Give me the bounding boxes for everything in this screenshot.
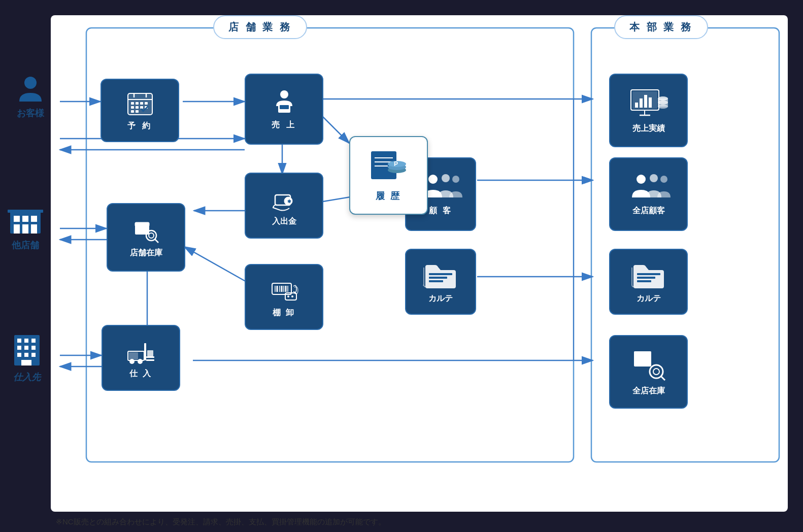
svg-point-110 [138,359,143,364]
svg-rect-105 [129,352,138,359]
svg-rect-84 [280,105,289,109]
svg-rect-106 [144,343,146,360]
svg-rect-124 [429,277,447,279]
section-label-store: 店 舗 業 務 [213,15,307,39]
svg-rect-76 [131,106,134,109]
svg-rect-74 [140,102,143,105]
svg-point-120 [428,175,438,184]
svg-point-122 [452,176,459,183]
svg-rect-53 [22,224,28,234]
svg-point-47 [24,77,37,89]
customer-side-label: お客様 [15,74,46,119]
svg-rect-125 [429,280,443,282]
sales-box[interactable]: 売 上 [245,74,323,145]
svg-point-109 [129,359,135,364]
svg-rect-62 [31,346,36,350]
svg-rect-63 [17,353,21,357]
svg-rect-65 [31,353,36,357]
all-inventory-box[interactable]: 全店在庫 [609,335,688,409]
inventory-box[interactable]: 店舗在庫 [107,203,185,272]
svg-line-92 [155,239,158,243]
svg-point-138 [658,105,668,109]
sales-result-box[interactable]: 売上実績 [609,74,688,147]
svg-rect-77 [136,106,139,109]
other-store-side-label: 他店舗 [8,203,43,251]
svg-point-139 [637,175,646,184]
svg-rect-107 [146,356,154,358]
all-karte-box[interactable]: カルテ [609,249,688,315]
purchase-box[interactable]: 仕 入 [102,325,180,391]
svg-text:P: P [394,160,398,168]
svg-rect-108 [146,359,154,361]
svg-rect-131 [649,97,652,108]
svg-text:✱: ✱ [287,199,291,204]
svg-rect-73 [136,102,139,105]
svg-rect-75 [145,102,148,105]
svg-rect-81 [136,110,139,113]
svg-rect-130 [644,95,647,108]
supplier-side-label: 仕入先 [10,332,43,383]
svg-point-141 [660,176,667,183]
svg-rect-142 [637,273,660,275]
svg-rect-66 [21,360,31,365]
svg-point-103 [291,295,293,297]
svg-rect-143 [637,277,655,279]
cash-box[interactable]: ✱ 入出金 [245,173,323,239]
svg-rect-129 [640,98,643,108]
footer-note: ※NC販売との組み合わせにより、受発注、請求、売掛、支払、買掛管理機能の追加が可… [56,517,386,527]
svg-rect-61 [24,346,28,350]
svg-rect-50 [22,216,28,222]
svg-rect-52 [14,224,20,234]
svg-point-82 [280,90,288,98]
svg-rect-60 [17,346,21,350]
svg-rect-128 [635,103,638,108]
svg-rect-59 [31,339,36,343]
karte-mid-box[interactable]: カルテ [405,249,476,315]
svg-rect-144 [637,280,651,282]
svg-rect-80 [131,110,134,113]
svg-rect-146 [634,351,651,356]
svg-rect-89 [135,222,149,226]
svg-rect-54 [31,224,37,234]
all-customers-box[interactable]: 全店顧客 [609,157,688,231]
svg-point-140 [650,174,658,182]
svg-rect-55 [8,210,43,213]
svg-rect-51 [31,216,37,222]
svg-point-148 [653,369,659,375]
svg-point-121 [442,174,450,182]
svg-point-91 [149,233,154,238]
svg-rect-64 [24,353,28,357]
svg-rect-123 [429,273,452,275]
svg-line-149 [661,376,665,380]
section-label-hq: 本 部 業 務 [614,15,708,39]
svg-rect-58 [24,339,28,343]
svg-rect-72 [131,102,134,105]
svg-rect-49 [14,216,20,222]
stocktake-box[interactable]: 棚 卸 [245,264,323,330]
svg-point-102 [287,295,289,297]
history-box[interactable]: P 履 歴 [349,136,428,215]
reservation-box[interactable]: 予 約 [101,79,179,142]
svg-rect-111 [147,350,153,356]
svg-rect-57 [17,339,21,343]
